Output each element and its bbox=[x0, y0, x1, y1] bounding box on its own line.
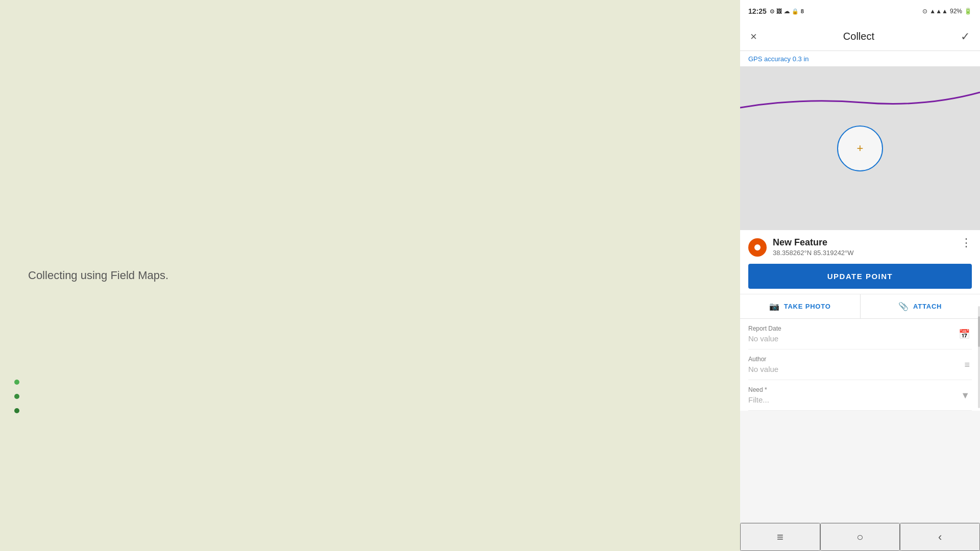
author-field[interactable]: Author No value ≡ bbox=[748, 349, 972, 380]
confirm-button[interactable]: ✓ bbox=[961, 30, 970, 43]
feature-details: New Feature 38.358262°N 85.319242°W bbox=[773, 237, 854, 257]
author-value: No value bbox=[748, 365, 972, 373]
attach-label: ATTACH bbox=[913, 303, 942, 310]
dot-1 bbox=[14, 380, 19, 385]
home-nav-icon: ○ bbox=[856, 531, 863, 544]
feature-panel: New Feature 38.358262°N 85.319242°W ⋮ UP… bbox=[740, 230, 980, 294]
map-crosshair: + bbox=[837, 126, 883, 171]
calendar-icon: 📅 bbox=[959, 329, 970, 340]
camera-icon: 📷 bbox=[769, 302, 780, 311]
back-nav-button[interactable]: ‹ bbox=[900, 523, 980, 551]
status-time: 12:25 ⊙ 🖼 ☁ 🔒 8 bbox=[748, 7, 804, 15]
feature-more-button[interactable]: ⋮ bbox=[961, 237, 972, 248]
feature-icon bbox=[748, 238, 767, 257]
action-buttons-row: 📷 TAKE PHOTO 📎 ATTACH bbox=[740, 294, 980, 319]
device-frame: 12:25 ⊙ 🖼 ☁ 🔒 8 ⊙ ▲▲▲ 92% 🔋 × Collect ✓ … bbox=[740, 0, 980, 551]
list-icon: ≡ bbox=[964, 359, 970, 370]
gps-accuracy-bar: GPS accuracy 0.3 in bbox=[740, 51, 980, 67]
attach-icon: 📎 bbox=[898, 302, 909, 311]
scroll-thumb bbox=[978, 316, 980, 347]
home-nav-button[interactable]: ○ bbox=[820, 523, 900, 551]
feature-coordinates: 38.358262°N 85.319242°W bbox=[773, 249, 854, 257]
feature-name: New Feature bbox=[773, 237, 854, 248]
feature-info: New Feature 38.358262°N 85.319242°W bbox=[748, 237, 854, 257]
need-field[interactable]: Need * Filte... ▼ bbox=[748, 380, 972, 411]
bottom-nav: ≡ ○ ‹ bbox=[740, 522, 980, 551]
header-title: Collect bbox=[843, 31, 874, 42]
dropdown-icon: ▼ bbox=[961, 390, 970, 400]
report-date-value: No value bbox=[748, 334, 972, 343]
description-text: Collecting using Field Maps. bbox=[28, 269, 168, 282]
status-icons-left: ⊙ 🖼 ☁ 🔒 8 bbox=[770, 8, 804, 15]
back-nav-icon: ‹ bbox=[938, 531, 942, 544]
need-label: Need * bbox=[748, 386, 972, 393]
status-bar: 12:25 ⊙ 🖼 ☁ 🔒 8 ⊙ ▲▲▲ 92% 🔋 bbox=[740, 0, 980, 22]
author-label: Author bbox=[748, 356, 972, 363]
menu-nav-button[interactable]: ≡ bbox=[740, 523, 820, 551]
report-date-label: Report Date bbox=[748, 325, 972, 332]
attach-button[interactable]: 📎 ATTACH bbox=[861, 294, 981, 318]
scroll-indicator bbox=[978, 306, 980, 408]
close-button[interactable]: × bbox=[750, 30, 757, 43]
dot-2 bbox=[14, 394, 19, 399]
crosshair-plus-icon: + bbox=[857, 142, 864, 155]
form-section: Report Date No value 📅 Author No value ≡… bbox=[740, 319, 980, 411]
update-point-button[interactable]: UPDATE POINT bbox=[748, 264, 972, 289]
report-date-field[interactable]: Report Date No value 📅 bbox=[748, 319, 972, 349]
dot-3 bbox=[14, 408, 19, 413]
dot-indicators bbox=[14, 380, 19, 413]
take-photo-label: TAKE PHOTO bbox=[784, 303, 831, 310]
app-header: × Collect ✓ bbox=[740, 22, 980, 51]
left-area: Collecting using Field Maps. bbox=[0, 0, 373, 551]
need-value: Filte... bbox=[748, 395, 972, 404]
map-view[interactable]: + bbox=[740, 67, 980, 230]
take-photo-button[interactable]: 📷 TAKE PHOTO bbox=[740, 294, 861, 318]
feature-header: New Feature 38.358262°N 85.319242°W ⋮ bbox=[748, 237, 972, 257]
status-icons-right: ⊙ ▲▲▲ 92% 🔋 bbox=[922, 8, 972, 15]
menu-nav-icon: ≡ bbox=[777, 531, 783, 544]
feature-icon-inner bbox=[753, 243, 762, 252]
gps-accuracy-text: GPS accuracy 0.3 in bbox=[748, 55, 809, 63]
